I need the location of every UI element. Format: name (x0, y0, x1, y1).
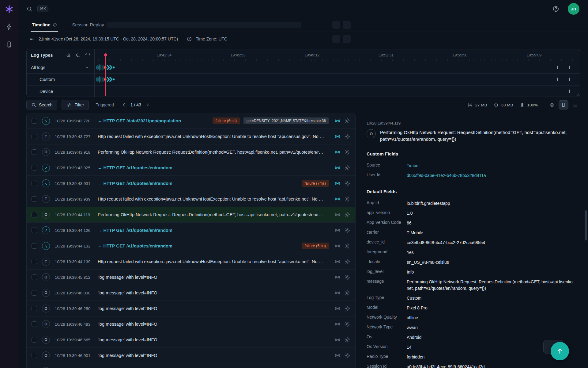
sun-icon[interactable] (344, 274, 350, 280)
row-checkbox[interactable] (32, 165, 37, 171)
device-view-icon[interactable] (559, 100, 568, 109)
log-row[interactable]: ↘10/28 19:39:44.132← HTTP GET /v1/quotes… (27, 238, 355, 254)
scroll-to-top-button[interactable] (551, 342, 569, 360)
next-page-icon[interactable] (144, 101, 152, 109)
left-nav-rail (0, 0, 18, 368)
log-row[interactable]: ↘10/28 19:39:43.931← HTTP GET /v1/quotes… (27, 176, 355, 191)
log-row[interactable]: O10/28 19:39:46.483'log message' with le… (27, 316, 355, 332)
field-value[interactable]: d065ff9d-0a6e-41e2-b46b-78b5328d811a (407, 172, 574, 179)
radio-signal-icon[interactable] (334, 243, 341, 249)
sun-icon[interactable] (344, 259, 350, 265)
filter-button[interactable]: Filter (62, 100, 89, 110)
layers-view-icon[interactable] (547, 100, 557, 109)
row-checkbox[interactable] (32, 321, 37, 327)
help-icon[interactable] (552, 6, 559, 12)
list-view-icon[interactable] (570, 100, 580, 109)
bitdrift-logo-icon[interactable] (4, 4, 14, 14)
global-search[interactable]: ⌘K (26, 6, 552, 12)
radio-signal-icon[interactable] (334, 227, 341, 233)
scrollbar-thumb[interactable] (585, 210, 587, 240)
sun-icon[interactable] (344, 212, 350, 218)
log-row[interactable]: O10/28 19:39:47.121'log message' with le… (27, 363, 355, 368)
playhead[interactable] (105, 55, 106, 96)
timeline-row-label[interactable]: Custom (27, 74, 95, 85)
row-checkbox[interactable] (32, 274, 37, 280)
info-icon[interactable] (53, 23, 57, 27)
log-row[interactable]: ↘10/28 19:39:43.720← HTTP GET /data/2021… (27, 113, 355, 129)
row-checkbox[interactable] (32, 306, 37, 311)
zoom-in-icon[interactable] (66, 53, 71, 58)
tab-session-replay[interactable]: Session Replay (71, 18, 112, 32)
sun-icon[interactable] (344, 133, 350, 140)
log-row[interactable]: O10/28 19:39:46.901'log message' with le… (27, 348, 355, 363)
sun-icon[interactable] (344, 290, 350, 296)
zoom-reset-icon[interactable] (85, 53, 90, 58)
search-logs-button[interactable]: Search (26, 100, 57, 110)
sun-icon[interactable] (344, 337, 350, 343)
log-row[interactable]: ↗10/28 19:39:44.126→ HTTP GET /v1/quotes… (27, 223, 355, 238)
sun-icon[interactable] (344, 118, 350, 124)
log-message-text: Http request failed with exception=java.… (98, 197, 325, 201)
row-checkbox[interactable] (32, 259, 37, 264)
row-checkbox[interactable] (32, 243, 37, 249)
radio-signal-icon[interactable] (334, 337, 341, 343)
log-row[interactable]: O10/28 19:39:43.918Performing OkHttp Net… (27, 144, 355, 160)
radio-signal-icon[interactable] (334, 165, 341, 171)
row-checkbox[interactable] (32, 353, 37, 358)
radio-signal-icon[interactable] (334, 149, 341, 155)
row-checkbox[interactable] (32, 337, 37, 343)
row-checkbox[interactable] (32, 228, 37, 233)
log-row[interactable]: T10/28 19:39:44.139Http request failed w… (27, 254, 355, 270)
tab-timeline[interactable]: Timeline (31, 18, 58, 32)
radio-signal-icon[interactable] (334, 321, 341, 327)
radio-signal-icon[interactable] (334, 274, 341, 280)
sun-icon[interactable] (344, 165, 350, 171)
row-checkbox[interactable] (32, 181, 37, 186)
devices-phone-icon[interactable] (4, 39, 15, 50)
radio-signal-icon[interactable] (334, 352, 341, 358)
log-row[interactable]: T10/28 19:39:43.727Http request failed w… (27, 129, 355, 144)
log-row[interactable]: T10/28 19:39:43.939Http request failed w… (27, 191, 355, 207)
timeline-row-label[interactable]: All logs (27, 61, 95, 73)
sun-icon[interactable] (344, 352, 350, 358)
collapse-chevron-icon[interactable] (85, 65, 89, 70)
sun-icon[interactable] (344, 196, 350, 202)
page-scrollbar[interactable] (584, 0, 587, 368)
radio-signal-icon[interactable] (334, 133, 341, 140)
log-row[interactable]: O10/28 19:39:46.030'log message' with le… (27, 285, 355, 301)
sun-icon[interactable] (344, 321, 350, 327)
log-row[interactable]: O10/28 19:39:45.812'log message' with le… (27, 270, 355, 285)
log-row[interactable]: O10/28 19:39:44.119Performing OkHttp Net… (27, 207, 355, 223)
avatar[interactable]: JH (568, 3, 579, 15)
log-row[interactable]: O10/28 19:39:46.250'log message' with le… (27, 301, 355, 316)
zoom-out-icon[interactable] (75, 53, 81, 58)
sun-icon[interactable] (344, 243, 350, 249)
session-timezone: Time Zone: UTC (196, 36, 227, 41)
prev-page-icon[interactable] (120, 101, 128, 109)
radio-signal-icon[interactable] (334, 259, 341, 265)
row-checkbox[interactable] (32, 134, 37, 139)
timeline-row-label[interactable]: Device (27, 86, 95, 97)
events-bolt-icon[interactable] (4, 21, 15, 32)
sun-icon[interactable] (344, 180, 350, 186)
timeline-track[interactable] (95, 86, 580, 97)
row-checkbox[interactable] (32, 290, 37, 296)
timeline-track[interactable] (95, 61, 580, 73)
radio-signal-icon[interactable] (334, 118, 341, 124)
field-value[interactable]: Timber (407, 163, 574, 169)
log-row[interactable]: ↗10/28 19:39:43.925→ HTTP GET /v1/quotes… (27, 160, 355, 176)
row-checkbox[interactable] (32, 118, 37, 124)
radio-signal-icon[interactable] (334, 196, 341, 202)
timeline-track[interactable] (95, 74, 580, 85)
log-row[interactable]: O10/28 19:39:46.685'log message' with le… (27, 332, 355, 348)
radio-signal-icon[interactable] (334, 305, 341, 312)
sun-icon[interactable] (344, 305, 350, 312)
row-checkbox[interactable] (32, 196, 37, 202)
radio-signal-icon[interactable] (334, 290, 341, 296)
sun-icon[interactable] (344, 149, 350, 155)
sun-icon[interactable] (344, 227, 350, 233)
radio-signal-icon[interactable] (334, 212, 341, 218)
radio-signal-icon[interactable] (334, 180, 341, 186)
row-checkbox[interactable] (32, 212, 37, 217)
row-checkbox[interactable] (32, 149, 37, 155)
